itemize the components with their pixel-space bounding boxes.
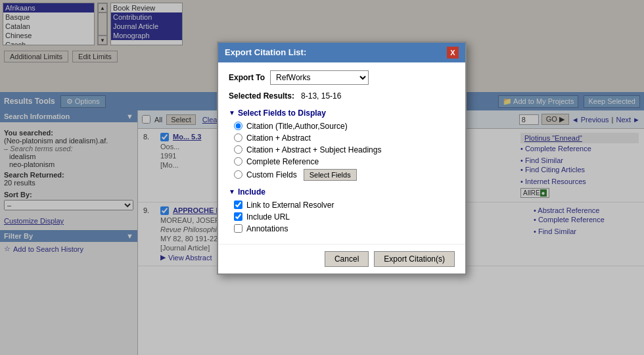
- modal-title: Export Citation List:: [225, 47, 306, 57]
- field-option-citation-abstract-subject: Citation + Abstract + Subject Headings: [234, 145, 455, 154]
- select-fields-header: ▼ Select Fields to Display: [229, 108, 455, 118]
- triangle-icon-fields: ▼: [229, 109, 235, 116]
- field-radio-citation-abstract[interactable]: [234, 133, 242, 142]
- export-to-select[interactable]: RefWorks EndNote BibTeX CSV: [270, 70, 369, 85]
- select-fields-button[interactable]: Select Fields: [304, 169, 357, 181]
- field-label-complete: Complete Reference: [246, 157, 319, 166]
- field-label-citation-abstract: Citation + Abstract: [246, 133, 311, 143]
- include-url: Include URL: [234, 212, 455, 222]
- selected-results-row: Selected Results: 8-13, 15-16: [229, 91, 455, 101]
- field-option-complete: Complete Reference: [234, 157, 455, 166]
- label-external-resolver: Link to External Resolver: [246, 201, 334, 210]
- selected-results-label: Selected Results:: [229, 91, 294, 101]
- include-label: Include: [238, 187, 265, 197]
- include-annotations: Annotations: [234, 224, 455, 233]
- field-option-custom: Custom Fields Select Fields: [234, 169, 455, 181]
- selected-results-value: 8-13, 15-16: [301, 91, 341, 101]
- include-section: ▼ Include Link to External Resolver Incl…: [229, 187, 455, 233]
- export-citation-modal: Export Citation List: X Export To RefWor…: [217, 41, 467, 275]
- include-checkbox-group: Link to External Resolver Include URL An…: [229, 201, 455, 233]
- field-label-citation: Citation (Title,Author,Source): [246, 122, 348, 131]
- field-radio-citation[interactable]: [234, 122, 242, 130]
- checkbox-annotations[interactable]: [234, 224, 242, 233]
- modal-overlay: Export Citation List: X Export To RefWor…: [0, 0, 644, 355]
- field-radio-custom[interactable]: [234, 170, 242, 179]
- modal-close-button[interactable]: X: [447, 47, 459, 59]
- modal-footer: Cancel Export Citation(s): [218, 244, 465, 273]
- checkbox-url[interactable]: [234, 212, 242, 221]
- label-url: Include URL: [246, 212, 290, 222]
- modal-body: Export To RefWorks EndNote BibTeX CSV Se…: [218, 62, 465, 244]
- field-label-citation-abstract-subject: Citation + Abstract + Subject Headings: [246, 145, 381, 154]
- field-radio-complete[interactable]: [234, 157, 242, 166]
- export-to-row: Export To RefWorks EndNote BibTeX CSV: [229, 70, 455, 85]
- field-radio-citation-abstract-subject[interactable]: [234, 145, 242, 154]
- export-to-label: Export To: [229, 73, 265, 82]
- triangle-icon-include: ▼: [229, 188, 235, 195]
- field-option-citation-abstract: Citation + Abstract: [234, 133, 455, 143]
- field-label-custom: Custom Fields: [246, 170, 297, 179]
- export-citations-button[interactable]: Export Citation(s): [374, 251, 455, 267]
- checkbox-external-resolver[interactable]: [234, 201, 242, 209]
- cancel-button[interactable]: Cancel: [325, 251, 369, 267]
- select-fields-label: Select Fields to Display: [238, 108, 326, 118]
- include-header: ▼ Include: [229, 187, 455, 197]
- label-annotations: Annotations: [246, 224, 288, 233]
- include-external-resolver: Link to External Resolver: [234, 201, 455, 210]
- modal-titlebar: Export Citation List: X: [218, 43, 465, 62]
- field-option-citation: Citation (Title,Author,Source): [234, 122, 455, 131]
- fields-radio-group: Citation (Title,Author,Source) Citation …: [229, 122, 455, 181]
